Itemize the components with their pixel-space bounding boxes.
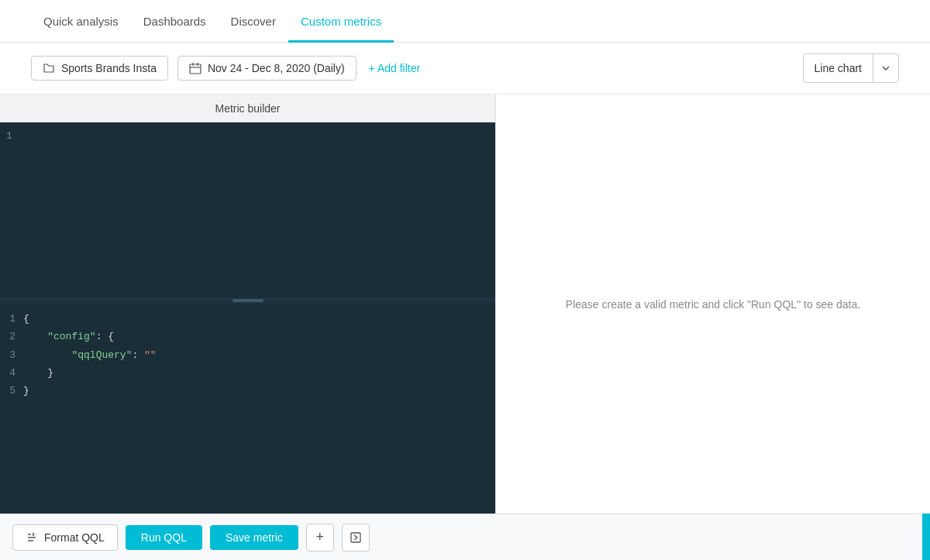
nav-discover[interactable]: Discover [219,0,288,42]
main-content: Metric builder 1 1 { 2 "config": { [0,94,930,514]
code-editor-top[interactable]: 1 [0,122,495,297]
resize-dots [232,299,264,302]
chevron-down-icon[interactable] [873,58,898,78]
code-line-1: 1 { [0,310,495,328]
chart-type-selector[interactable]: Line chart [803,53,899,83]
format-qql-button[interactable]: Format QQL [12,524,118,551]
right-edge-accent [922,514,930,560]
code-line-5: 5 } [0,382,495,400]
nav-quick-analysis[interactable]: Quick analysis [31,0,131,42]
code-editor-bottom[interactable]: 1 { 2 "config": { 3 "qqlQuery": "" [0,304,495,514]
nav-custom-metrics[interactable]: Custom metrics [288,0,394,42]
source-selector[interactable]: Sports Brands Insta [31,56,168,81]
export-button[interactable] [342,524,370,551]
left-panel: Metric builder 1 1 { 2 "config": { [0,94,496,514]
svg-rect-7 [351,533,360,542]
code-line-2: 2 "config": { [0,328,495,345]
add-filter-button[interactable]: + Add filter [366,57,424,80]
run-qql-button[interactable]: Run QQL [126,525,202,550]
code-line-3: 3 "qqlQuery": "" [0,346,495,364]
code-content-area: 1 { 2 "config": { 3 "qqlQuery": "" [0,304,495,407]
resize-handle[interactable] [0,297,495,304]
toolbar: Sports Brands Insta Nov 24 - Dec 8, 2020… [0,43,930,94]
date-range-selector[interactable]: Nov 24 - Dec 8, 2020 (Daily) [177,56,356,81]
export-icon [350,531,362,544]
line-number-1-top: 1 [6,129,12,145]
calendar-icon [189,62,202,74]
nav-bar: Quick analysis Dashboards Discover Custo… [0,0,930,43]
format-icon [26,531,38,544]
metric-builder-header: Metric builder [0,94,495,122]
code-line-4: 4 } [0,364,495,382]
svg-rect-0 [190,64,201,74]
right-panel: Please create a valid metric and click "… [496,94,930,514]
save-metric-button[interactable]: Save metric [210,525,298,550]
nav-dashboards[interactable]: Dashboards [131,0,219,42]
add-button[interactable]: + [306,524,334,551]
bottom-toolbar: Format QQL Run QQL Save metric + [0,514,930,560]
folder-icon [43,62,55,74]
